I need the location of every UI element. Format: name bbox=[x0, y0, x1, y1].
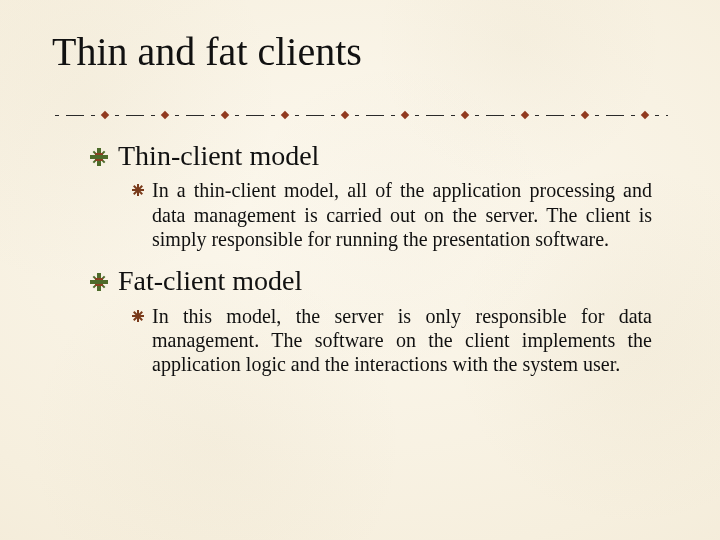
star-bullet-icon bbox=[90, 148, 108, 166]
list-item: Fat-client model bbox=[90, 265, 660, 297]
heading-text: Fat-client model bbox=[118, 265, 302, 297]
list-item: In a thin-client model, all of the appli… bbox=[132, 178, 652, 251]
slide: Thin and fat clients Thin-client model I… bbox=[0, 0, 720, 540]
asterisk-bullet-icon bbox=[132, 310, 144, 322]
asterisk-bullet-icon bbox=[132, 184, 144, 196]
slide-title: Thin and fat clients bbox=[52, 28, 362, 75]
list-item: Thin-client model bbox=[90, 140, 660, 172]
list-item: In this model, the server is only respon… bbox=[132, 304, 652, 377]
star-bullet-icon bbox=[90, 273, 108, 291]
heading-text: Thin-client model bbox=[118, 140, 319, 172]
body-text: In this model, the server is only respon… bbox=[152, 304, 652, 377]
body-text: In a thin-client model, all of the appli… bbox=[152, 178, 652, 251]
slide-body: Thin-client model In a thin-client model… bbox=[90, 140, 660, 391]
divider-ornament bbox=[52, 108, 668, 122]
